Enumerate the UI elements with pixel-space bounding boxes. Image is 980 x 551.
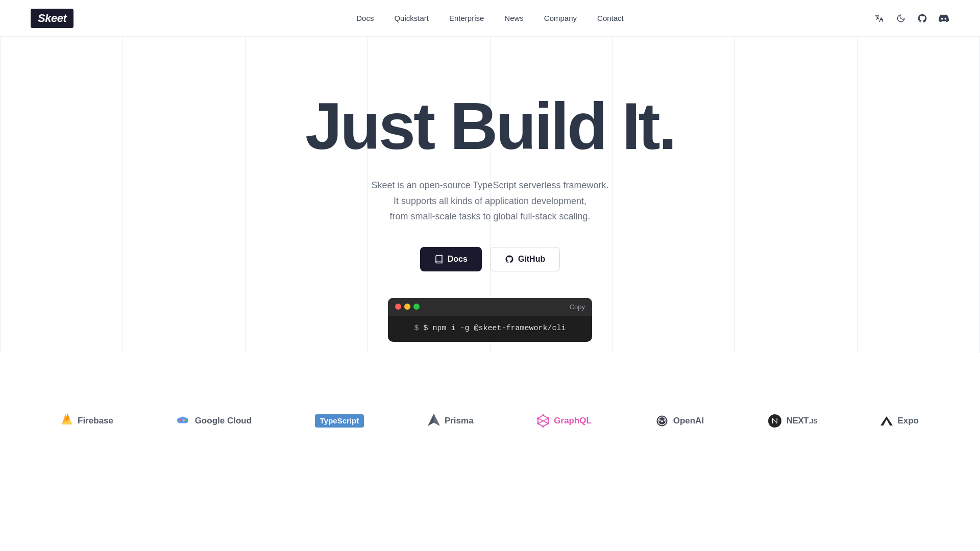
svg-point-4 <box>183 419 185 421</box>
dot-yellow <box>404 304 410 310</box>
terminal-body: $ $ npm i -g @skeet-framework/cli <box>388 316 592 342</box>
terminal-copy-button[interactable]: Copy <box>570 303 585 311</box>
hero-buttons: Docs GitHub <box>420 247 560 271</box>
firebase-label: Firebase <box>78 416 113 426</box>
translate-icon[interactable] <box>874 13 885 24</box>
prisma-label: Prisma <box>445 416 474 426</box>
openai-label: OpenAI <box>673 416 704 426</box>
nav-actions <box>874 13 949 24</box>
graphql-label: GraphQL <box>554 416 592 426</box>
expo-icon <box>880 415 893 427</box>
hero-subtitle: Skeet is an open-source TypeScript serve… <box>372 178 609 224</box>
hero-section: Just Build It. Skeet is an open-source T… <box>0 37 980 383</box>
nav-docs[interactable]: Docs <box>356 14 374 22</box>
darkmode-icon[interactable] <box>895 13 906 24</box>
nav-company[interactable]: Company <box>544 14 577 22</box>
google-cloud-label: Google Cloud <box>195 416 252 426</box>
svg-point-5 <box>186 419 188 421</box>
google-cloud-icon <box>177 415 191 427</box>
svg-point-7 <box>542 414 544 416</box>
logo-google-cloud: Google Cloud <box>177 415 252 427</box>
terminal-dots <box>395 304 420 310</box>
dot-green <box>413 304 420 310</box>
navbar: Skeet Docs Quickstart Enterprise News Co… <box>0 0 980 37</box>
nav-contact[interactable]: Contact <box>597 14 624 22</box>
openai-icon <box>655 414 669 428</box>
svg-point-3 <box>180 419 182 421</box>
terminal-command: $ $ npm i -g @skeet-framework/cli <box>414 324 566 333</box>
logo[interactable]: Skeet <box>31 9 74 28</box>
hero-title: Just Build It. <box>305 93 675 159</box>
logo-expo: Expo <box>880 415 919 427</box>
graphql-icon <box>536 414 550 428</box>
logo-nextjs: NEXT.JS <box>767 413 817 429</box>
svg-point-10 <box>542 425 544 428</box>
github-icon[interactable] <box>917 13 928 24</box>
terminal-prompt: $ <box>414 324 423 333</box>
github-button[interactable]: GitHub <box>490 247 560 271</box>
typescript-label: TypeScript <box>320 416 359 425</box>
github-btn-icon <box>505 255 514 264</box>
expo-label: Expo <box>897 416 919 426</box>
book-icon <box>434 255 444 264</box>
logo-typescript: TypeScript <box>315 414 364 428</box>
terminal: Copy $ $ npm i -g @skeet-framework/cli <box>388 298 592 342</box>
prisma-icon <box>427 413 440 429</box>
nav-links: Docs Quickstart Enterprise News Company … <box>356 14 624 23</box>
nextjs-label: NEXT.JS <box>787 416 817 426</box>
discord-icon[interactable] <box>938 13 949 24</box>
firebase-icon <box>61 413 74 429</box>
dot-red <box>395 304 401 310</box>
docs-button[interactable]: Docs <box>420 247 482 271</box>
logo-graphql: GraphQL <box>536 414 592 428</box>
nextjs-icon <box>767 413 782 429</box>
logo-firebase: Firebase <box>61 413 113 429</box>
terminal-header: Copy <box>388 298 592 316</box>
nav-news[interactable]: News <box>504 14 524 22</box>
logo-prisma: Prisma <box>427 413 474 429</box>
typescript-badge: TypeScript <box>315 414 364 428</box>
logos-section: Firebase Google Cloud TypeScript Prisma <box>0 383 980 469</box>
nav-enterprise[interactable]: Enterprise <box>449 14 484 22</box>
nav-quickstart[interactable]: Quickstart <box>394 14 429 22</box>
logo-openai: OpenAI <box>655 414 704 428</box>
